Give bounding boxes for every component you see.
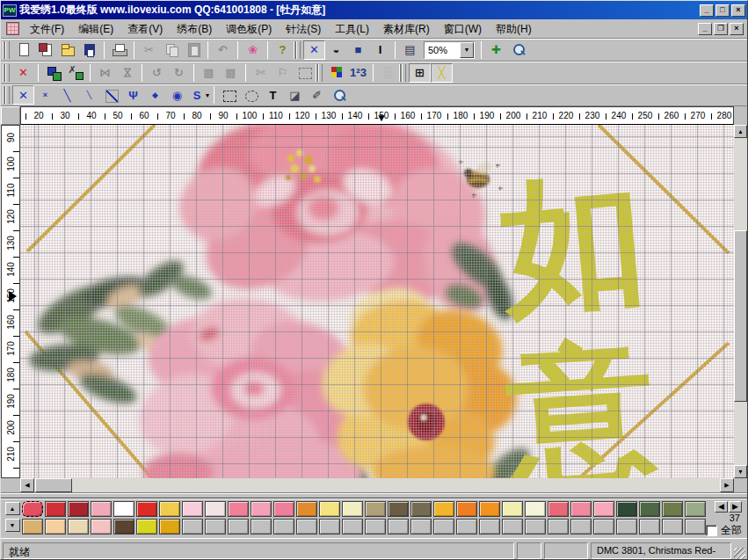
color-swatch[interactable] <box>685 501 706 517</box>
color-swatch[interactable] <box>662 501 683 517</box>
menu-item-2[interactable]: 查看(V) <box>120 21 170 37</box>
replace-stitch-button[interactable] <box>64 63 86 83</box>
menu-item-4[interactable]: 调色板(P) <box>219 21 279 37</box>
vertical-scrollbar[interactable]: ▲ ▼ <box>734 125 747 478</box>
pattern-info-button[interactable]: ▤ <box>399 40 421 60</box>
toolbar-grip[interactable] <box>296 41 301 59</box>
half-stitch-button[interactable]: ╲ <box>56 85 78 105</box>
horizontal-scrollbar[interactable]: ◀ ▶ <box>20 478 734 492</box>
color-swatch[interactable] <box>296 501 317 517</box>
select-rect-button[interactable] <box>218 85 240 105</box>
color-swatch[interactable] <box>113 519 134 535</box>
text-tool-button[interactable]: T <box>262 85 284 105</box>
scroll-right-button[interactable]: ▶ <box>720 478 734 492</box>
color-swatch[interactable] <box>410 501 432 517</box>
color-swatch[interactable] <box>342 501 363 517</box>
back-stitch-button[interactable] <box>100 85 122 105</box>
help-button[interactable]: ? <box>272 40 294 60</box>
close-button[interactable]: × <box>731 4 745 17</box>
color-swatch[interactable] <box>45 501 66 517</box>
pattern-canvas[interactable]: 如 意 <box>20 125 734 478</box>
menu-item-1[interactable]: 编辑(E) <box>71 21 120 37</box>
color-swatch[interactable] <box>456 501 477 517</box>
menu-item-7[interactable]: 素材库(R) <box>376 21 437 37</box>
color-swatch[interactable] <box>548 501 569 517</box>
app-icon[interactable]: PW <box>3 4 17 17</box>
color-swatch[interactable] <box>616 501 637 517</box>
color-swatch[interactable] <box>159 501 180 517</box>
french-knot-button[interactable]: ◉ <box>166 85 188 105</box>
color-swatch[interactable] <box>479 501 500 517</box>
bead-button[interactable]: ◆ <box>144 85 166 105</box>
delete-stitch-button[interactable]: ✕ <box>12 63 34 83</box>
color-swatch[interactable] <box>639 501 660 517</box>
color-swatch[interactable] <box>319 501 340 517</box>
replace-color-button[interactable] <box>42 63 64 83</box>
toolbar-grip[interactable] <box>318 64 323 82</box>
palette-page-left-button[interactable]: ◀ <box>715 501 728 513</box>
palette-down-button[interactable]: ▼ <box>5 519 20 532</box>
color-swatch[interactable] <box>570 501 592 517</box>
save-button[interactable] <box>78 40 100 60</box>
toolbar-grip[interactable] <box>5 86 10 104</box>
new-button[interactable] <box>12 40 34 60</box>
color-swatch[interactable] <box>433 501 454 517</box>
toolbar-grip[interactable] <box>402 64 406 82</box>
zoom-combo[interactable]: 50%▼ <box>424 41 475 59</box>
mdi-close-button[interactable]: × <box>730 23 744 35</box>
select-oval-button[interactable] <box>240 85 262 105</box>
color-swatch[interactable] <box>159 519 180 535</box>
color-swatch[interactable] <box>91 501 112 517</box>
color-swatch[interactable] <box>68 501 89 517</box>
color-swatch[interactable] <box>22 519 43 535</box>
zoom-preview-button[interactable] <box>507 40 529 60</box>
document-icon[interactable] <box>6 22 19 35</box>
toolbar-grip[interactable] <box>5 41 10 59</box>
color-swatch[interactable] <box>205 501 226 517</box>
mdi-minimize-button[interactable]: _ <box>698 23 712 35</box>
color-swatch[interactable] <box>91 519 112 535</box>
menu-item-6[interactable]: 工具(L) <box>328 21 376 37</box>
full-stitch-button[interactable]: ✕ <box>12 85 34 105</box>
palette-up-button[interactable]: ▲ <box>5 502 20 515</box>
zoom-dropdown-arrow-icon[interactable]: ▼ <box>460 42 474 58</box>
color-swatch[interactable] <box>273 501 294 517</box>
color-swatch[interactable] <box>136 501 157 517</box>
scroll-left-button[interactable]: ◀ <box>20 478 34 492</box>
dropdown-arrow-icon[interactable]: ▾ <box>206 91 209 99</box>
color-swatch[interactable] <box>593 501 614 517</box>
resize-grip[interactable] <box>734 548 745 559</box>
fill-tool-button[interactable]: ◪ <box>284 85 306 105</box>
minimize-button[interactable]: _ <box>700 4 714 17</box>
horizontal-scroll-thumb[interactable] <box>35 478 72 492</box>
color-swatch[interactable] <box>502 501 523 517</box>
color-swatch[interactable] <box>251 501 272 517</box>
menu-item-3[interactable]: 绣布(B) <box>170 21 219 37</box>
scroll-down-button[interactable]: ▼ <box>734 465 747 478</box>
color-swatch[interactable] <box>182 501 203 517</box>
cross-toggle-button[interactable]: ╳ <box>431 63 453 83</box>
color-swatch[interactable] <box>68 519 89 535</box>
view-symbol-button[interactable]: I <box>369 40 391 60</box>
menu-item-5[interactable]: 针法(S) <box>279 21 328 37</box>
symbol-numbers-button[interactable]: 1²3 <box>347 63 369 83</box>
toolbar-grip[interactable] <box>5 64 10 82</box>
color-swatch[interactable] <box>228 501 249 517</box>
color-picker-button[interactable]: ✐ <box>306 85 328 105</box>
maximize-button[interactable]: □ <box>715 4 730 17</box>
new-from-image-button[interactable] <box>34 40 56 60</box>
color-swatch[interactable] <box>365 501 386 517</box>
print-button[interactable] <box>108 40 130 60</box>
mdi-restore-button[interactable]: ❐ <box>714 23 728 35</box>
color-swatch[interactable] <box>45 519 66 535</box>
palette-editor-button[interactable] <box>325 63 347 83</box>
petite-stitch-button[interactable]: × <box>34 85 56 105</box>
palette-page-right-button[interactable]: ▶ <box>729 501 742 513</box>
color-swatch[interactable] <box>22 501 43 517</box>
color-swatch[interactable] <box>136 519 157 535</box>
material-flower-button[interactable]: ❀ <box>242 40 264 60</box>
color-swatch[interactable] <box>113 501 134 517</box>
menu-item-8[interactable]: 窗口(W) <box>437 21 489 37</box>
special-stitch-button[interactable]: Ψ <box>122 85 144 105</box>
color-swatch[interactable] <box>388 501 409 517</box>
